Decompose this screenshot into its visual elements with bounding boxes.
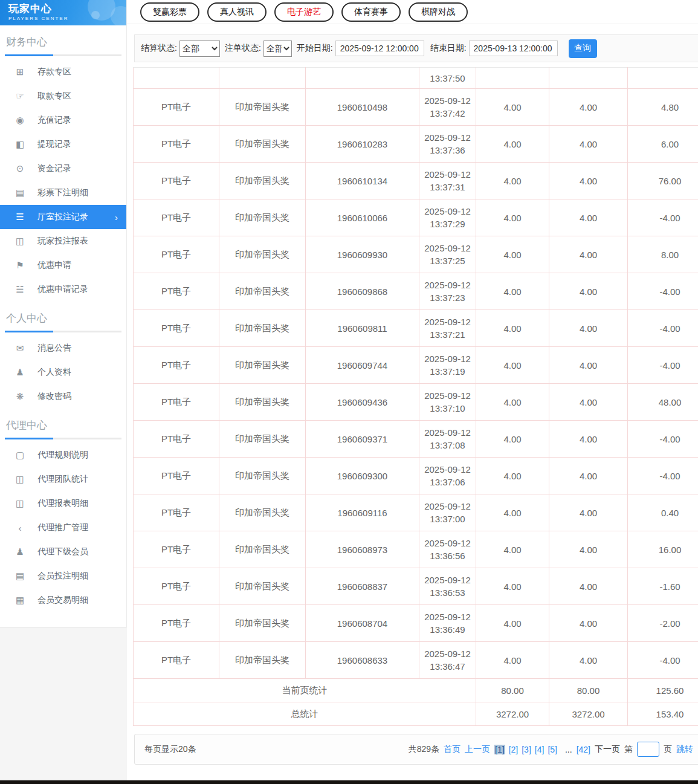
bet-time-cell: 2025-09-1213:37:10 — [419, 384, 476, 421]
order-number-cell: 1960609930 — [306, 236, 419, 273]
page-link-1[interactable]: [1] — [494, 745, 505, 754]
summary-bet-cell: 3272.00 — [476, 702, 549, 726]
game-type-cell: PT电子 — [134, 310, 219, 347]
sidebar-item-label: 代理下级会员 — [37, 546, 88, 557]
member-bet-detail-icon: ▤ — [15, 571, 25, 582]
order-number-cell: 1960609300 — [306, 458, 419, 494]
bet-amount-cell: 4.00 — [476, 384, 549, 421]
win-loss-cell: 16.00 — [628, 531, 698, 568]
change-password-icon: ❋ — [15, 391, 25, 402]
game-name-cell: 印加帝国头奖 — [219, 163, 306, 199]
valid-amount-cell: 4.00 — [549, 421, 628, 458]
sidebar-item-lottery-bet-detail[interactable]: ▤彩票下注明细 — [0, 181, 126, 205]
tab-雙赢彩票[interactable]: 雙赢彩票 — [140, 2, 199, 22]
win-loss-cell: -4.00 — [628, 273, 698, 310]
tab-棋牌对战[interactable]: 棋牌对战 — [409, 2, 468, 22]
footer-bar — [0, 780, 698, 784]
sidebar-section-title: 代理中心 — [6, 418, 126, 432]
table-row: PT电子印加帝国头奖19606094362025-09-1213:37:104.… — [134, 384, 698, 421]
tab-真人视讯[interactable]: 真人视讯 — [207, 2, 267, 22]
game-name-cell: 印加帝国头奖 — [219, 347, 306, 384]
bet-amount-cell: 4.00 — [476, 199, 549, 236]
lottery-bet-detail-icon: ▤ — [15, 187, 25, 198]
win-loss-cell: 8.00 — [628, 236, 698, 273]
sidebar-item-label: 充值记录 — [37, 115, 71, 126]
bet-amount-cell: 4.00 — [476, 273, 549, 310]
sidebar-item-label: 优惠申请 — [37, 260, 71, 271]
order-number-cell: 1960610283 — [306, 126, 419, 163]
win-loss-cell: -4.00 — [628, 199, 698, 236]
last-page-link[interactable]: [42] — [577, 745, 590, 754]
sidebar-item-announcement[interactable]: ✉消息公告 — [0, 336, 126, 360]
sidebar-item-agent-team-stats[interactable]: ◫代理团队统计 — [0, 467, 126, 491]
recharge-record-icon: ◉ — [15, 115, 25, 126]
sidebar-item-hall-bet-record[interactable]: ☰厅室投注记录› — [0, 205, 126, 229]
start-date-input[interactable] — [335, 40, 424, 56]
bet-amount-cell: 4.00 — [476, 568, 549, 605]
page-link-3[interactable]: [3] — [522, 745, 531, 754]
settle-status-select[interactable]: 全部 — [179, 40, 220, 57]
sidebar-item-withdrawal-record[interactable]: ◧提现记录 — [0, 132, 126, 157]
bet-date: 2025-09-12 — [421, 242, 474, 254]
first-page-link[interactable]: 首页 — [444, 744, 460, 755]
sidebar-item-funds-record[interactable]: ⊙资金记录 — [0, 157, 126, 181]
page-link-5[interactable]: [5] — [548, 745, 557, 754]
sidebar-item-label: 代理规则说明 — [37, 450, 88, 461]
sidebar-item-member-trade-detail[interactable]: ▦会员交易明细 — [0, 588, 126, 612]
next-page-link[interactable]: 下一页 — [595, 744, 620, 755]
sidebar-item-agent-report[interactable]: ◫代理报表明细 — [0, 491, 126, 516]
valid-amount-cell: 4.00 — [549, 347, 628, 384]
win-loss-cell: 0.40 — [628, 494, 698, 531]
valid-amount-cell: 4.00 — [549, 384, 628, 421]
end-date-input[interactable] — [469, 40, 558, 56]
sidebar-item-agent-promotion[interactable]: ‹代理推广管理 — [0, 516, 126, 540]
win-loss-cell: -4.00 — [628, 642, 698, 679]
table-row: PT电子印加帝国头奖19606097442025-09-1213:37:194.… — [134, 347, 698, 384]
sidebar-item-recharge-record[interactable]: ◉充值记录 — [0, 108, 126, 132]
tab-体育赛事[interactable]: 体育赛事 — [341, 2, 401, 22]
search-button[interactable]: 查询 — [569, 39, 597, 58]
jump-page-input[interactable] — [637, 742, 659, 757]
gamepad-decoration-icon — [111, 6, 126, 25]
valid-amount-cell: 4.00 — [549, 199, 628, 236]
bet-time-cell: 13:37:50 — [419, 68, 476, 89]
sidebar-item-agent-rules[interactable]: ▢代理规则说明 — [0, 443, 126, 467]
bet-date: 2025-09-12 — [421, 611, 474, 623]
sidebar-item-label: 玩家投注报表 — [37, 236, 88, 247]
sidebar-item-profile[interactable]: ♟个人资料 — [0, 360, 126, 384]
agent-downline-icon: ♟ — [15, 546, 25, 557]
table-row: PT电子印加帝国头奖19606099302025-09-1213:37:254.… — [134, 236, 698, 273]
prev-page-link[interactable]: 上一页 — [465, 744, 490, 755]
page-link-4[interactable]: [4] — [535, 745, 545, 754]
summary-valid-cell: 3272.00 — [549, 702, 628, 726]
valid-amount-cell: 4.00 — [549, 236, 628, 273]
sidebar-item-member-bet-detail[interactable]: ▤会员投注明细 — [0, 564, 126, 588]
agent-rules-icon: ▢ — [15, 450, 25, 461]
page-link-2[interactable]: [2] — [509, 745, 519, 754]
sidebar-item-label: 代理报表明细 — [37, 498, 88, 509]
game-name-cell: 印加帝国头奖 — [219, 384, 306, 421]
valid-amount-cell: 4.00 — [549, 89, 628, 126]
sidebar-item-agent-downline[interactable]: ♟代理下级会员 — [0, 540, 126, 564]
sidebar-item-deposit[interactable]: ⊞存款专区 — [0, 60, 126, 84]
bet-time-cell: 2025-09-1213:36:53 — [419, 568, 476, 605]
sidebar-item-change-password[interactable]: ❋修改密码 — [0, 384, 126, 409]
sidebar-item-label: 存款专区 — [37, 66, 71, 77]
bet-amount-cell: 4.00 — [476, 126, 549, 163]
sidebar-item-withdraw[interactable]: ☞取款专区 — [0, 84, 126, 108]
order-number-cell: 1960608633 — [306, 642, 419, 679]
sidebar-item-promo-apply-record[interactable]: ☱优惠申请记录 — [0, 277, 126, 302]
bet-time-cell: 2025-09-1213:37:29 — [419, 199, 476, 236]
sidebar-section-title: 财务中心 — [6, 35, 126, 49]
sidebar-item-label: 优惠申请记录 — [37, 284, 88, 295]
table-row: PT电子印加帝国头奖19606088372025-09-1213:36:534.… — [134, 568, 698, 605]
agent-team-stats-icon: ◫ — [15, 474, 25, 485]
bet-time: 13:37:42 — [421, 107, 474, 120]
tab-电子游艺[interactable]: 电子游艺 — [274, 2, 334, 22]
jump-button[interactable]: 跳转 — [676, 744, 693, 755]
sidebar-item-player-bet-report[interactable]: ◫玩家投注报表 — [0, 229, 126, 253]
bet-amount-cell: 4.00 — [476, 421, 549, 458]
order-status-select[interactable]: 全部 — [263, 40, 292, 57]
game-type-cell: PT电子 — [134, 421, 219, 458]
sidebar-item-promo-apply[interactable]: ⚑优惠申请 — [0, 253, 126, 277]
